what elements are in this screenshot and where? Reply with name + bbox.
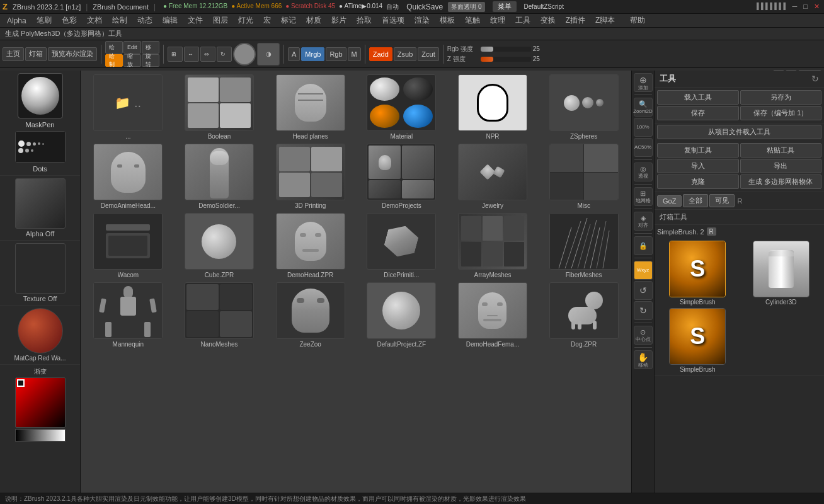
list-item[interactable]: DemoHeadFema... <box>449 282 537 348</box>
menu-edit[interactable]: 编辑 <box>158 14 182 27</box>
add-icon-btn[interactable]: ⊕ 添加 <box>634 73 653 92</box>
file-thumb-demoanimehead[interactable] <box>93 144 163 200</box>
file-thumb-fibermeshes[interactable] <box>549 213 619 270</box>
perspective-btn[interactable]: ◎ 透视 <box>634 163 653 181</box>
list-item[interactable]: 3D Printing <box>266 144 354 209</box>
goz-all-btn[interactable]: 全部 <box>683 194 708 207</box>
menu-zscript[interactable]: Z脚本 <box>591 14 619 27</box>
list-item[interactable]: 📁 .. ... <box>84 74 172 140</box>
list-item[interactable]: Mannequin <box>84 282 172 348</box>
file-thumb-mannequin[interactable] <box>93 282 163 339</box>
z-strength-slider[interactable] <box>481 57 531 62</box>
file-thumb-wacom[interactable] <box>93 213 163 270</box>
menu-texture[interactable]: 纹理 <box>486 14 510 27</box>
close-button[interactable]: ✕ <box>812 3 821 11</box>
menu-stencil[interactable]: 模板 <box>435 14 459 27</box>
ui-transparency[interactable]: 界面透明 0 <box>448 2 484 12</box>
sphere-tool[interactable] <box>233 43 256 66</box>
file-thumb-3dprinting[interactable] <box>276 144 345 200</box>
list-item[interactable]: ArrayMeshes <box>449 213 537 278</box>
brush-icon-cylinder[interactable] <box>753 241 810 297</box>
menu-light[interactable]: 灯光 <box>234 14 258 27</box>
color-picker[interactable] <box>15 377 66 428</box>
list-item[interactable]: Dog.ZPR <box>540 282 627 348</box>
zcut-button[interactable]: Zcut <box>418 47 438 61</box>
ac50-btn[interactable]: AC50% <box>634 138 653 157</box>
clone-btn[interactable]: 复制工具 <box>657 143 739 158</box>
menu-document[interactable]: 文档 <box>83 14 106 27</box>
menu-material[interactable]: 材质 <box>302 14 326 27</box>
menu-layer[interactable]: 图层 <box>209 14 232 27</box>
goz-visible-btn[interactable]: 可见 <box>709 194 735 207</box>
list-item[interactable]: Head planes <box>266 74 354 140</box>
floor-grid-btn[interactable]: ⊞ 地网格 <box>634 187 653 206</box>
zsub-button[interactable]: Zsub <box>394 47 416 61</box>
brush-card-1[interactable]: S SimpleBrush <box>657 241 738 306</box>
load-tool-btn[interactable]: 载入工具 <box>657 90 739 105</box>
menu-brush[interactable]: 笔刷 <box>32 14 56 27</box>
alpha-preview[interactable] <box>15 178 66 229</box>
menu-zplugin[interactable]: Z插件 <box>561 14 590 27</box>
load-from-project-btn[interactable]: 从项目文件载入工具 <box>657 125 821 139</box>
texture-preview[interactable] <box>15 243 66 294</box>
rotate-tool[interactable]: ↻ <box>217 47 232 62</box>
import-btn[interactable]: 导入 <box>657 159 739 173</box>
file-thumb-material[interactable] <box>367 74 436 131</box>
rgb-strength-slider[interactable] <box>481 47 531 52</box>
zoom2d-btn[interactable]: 🔍 Zoom2D <box>634 98 653 117</box>
quicksave-btn[interactable]: QuickSave <box>406 3 443 11</box>
zoom100-btn[interactable]: 100% <box>634 118 653 137</box>
restore-button[interactable]: □ <box>801 3 810 11</box>
brush-icon-simple2[interactable]: S <box>669 308 726 365</box>
menu-draw[interactable]: 绘制 <box>108 14 132 27</box>
copy-btn[interactable]: 克隆 <box>657 175 739 189</box>
brush-icon-simple1[interactable]: S <box>669 241 726 297</box>
file-thumb-npr[interactable] <box>458 74 527 131</box>
paste-btn[interactable]: 粘贴工具 <box>740 143 822 158</box>
edit-tool-btn[interactable]: Edit <box>123 41 141 54</box>
dots-preview[interactable] <box>15 131 66 163</box>
menu-pick[interactable]: 拾取 <box>352 14 376 27</box>
file-thumb-cube[interactable] <box>185 213 254 270</box>
help-menu[interactable]: 帮助 <box>626 14 649 27</box>
list-item[interactable]: Boolean <box>176 74 263 140</box>
matcap-preview[interactable] <box>18 308 63 353</box>
zadd-button[interactable]: Zadd <box>369 47 392 61</box>
tab-home[interactable]: 主页 <box>3 47 24 61</box>
file-thumb-demoprojects[interactable] <box>367 144 436 200</box>
move-btn[interactable]: ✋ 移动 <box>634 350 653 369</box>
undo-btn[interactable]: ↺ <box>634 281 653 300</box>
lock-btn[interactable]: 🔒 <box>634 236 653 255</box>
refresh-btn[interactable]: ↻ <box>811 74 819 84</box>
menu-marker[interactable]: 标记 <box>277 14 300 27</box>
file-thumb-diceprimitive[interactable] <box>367 213 436 270</box>
list-item[interactable]: NPR <box>449 74 537 140</box>
menu-preferences[interactable]: 首选项 <box>377 14 409 27</box>
save-btn[interactable]: 保存 <box>657 106 739 120</box>
list-item[interactable]: Misc <box>540 144 627 209</box>
list-item[interactable]: FiberMeshes <box>540 213 627 278</box>
list-item[interactable]: DemoAnimeHead... <box>84 144 172 209</box>
draw-tool-btn[interactable]: 绘 <box>105 41 123 54</box>
m-button[interactable]: M <box>348 47 361 61</box>
rgb-button[interactable]: Rgb <box>326 47 346 61</box>
list-item[interactable]: DefaultProject.ZF <box>358 282 445 348</box>
menu-render[interactable]: 渲染 <box>410 14 434 27</box>
menu-macro[interactable]: 宏 <box>259 14 275 27</box>
export-btn[interactable]: 导出 <box>740 159 822 173</box>
list-item[interactable]: Wacom <box>84 213 172 278</box>
scale-btn[interactable]: 缩放 <box>123 54 141 67</box>
tab-preview[interactable]: 预览布尔渲染 <box>48 47 97 61</box>
mrgb-button[interactable]: Mrgb <box>301 47 324 61</box>
bw-slider[interactable] <box>15 429 66 442</box>
brush-preview[interactable] <box>18 73 63 118</box>
brush-card-3[interactable]: S SimpleBrush <box>657 308 738 373</box>
redo-btn[interactable]: ↻ <box>634 301 653 320</box>
menu-color[interactable]: 色彩 <box>57 14 81 27</box>
align-btn[interactable]: ◈ 对齐 <box>634 212 653 231</box>
goz-btn[interactable]: GoZ <box>657 195 682 207</box>
a-button[interactable]: A <box>288 47 300 61</box>
file-thumb-demosoldier[interactable] <box>185 144 254 200</box>
xyz-btn[interactable]: Wxyz <box>634 261 653 280</box>
brush-card-2[interactable]: Cylinder3D <box>741 241 822 306</box>
